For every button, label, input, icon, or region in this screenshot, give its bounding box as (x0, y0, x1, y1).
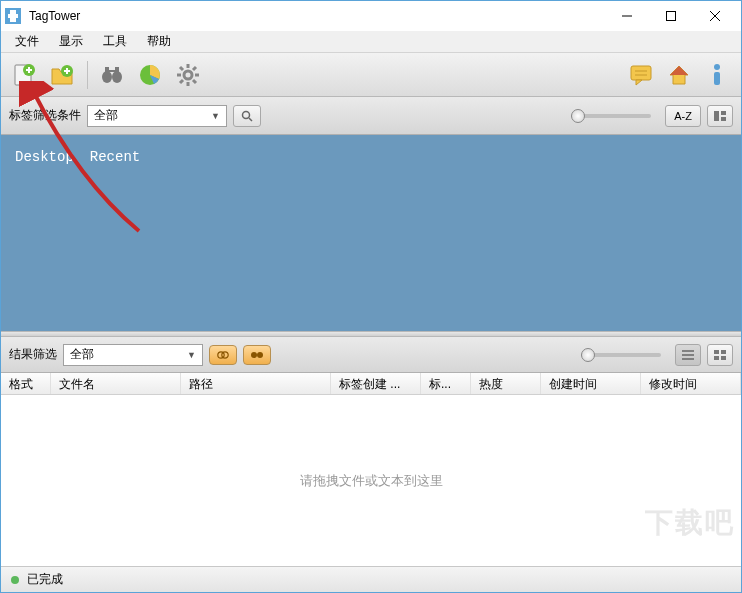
svg-point-39 (222, 351, 228, 357)
tag-filter-label: 标签筛选条件 (9, 107, 81, 124)
svg-rect-48 (721, 356, 726, 360)
result-filter-combo[interactable]: 全部 ▼ (63, 344, 203, 366)
svg-rect-1 (8, 14, 18, 18)
result-zoom-slider[interactable] (581, 353, 661, 357)
svg-rect-47 (714, 356, 719, 360)
col-filename[interactable]: 文件名 (51, 373, 181, 394)
svg-rect-46 (721, 350, 726, 354)
tag-filter-bar: 标签筛选条件 全部 ▼ A-Z (1, 97, 741, 135)
titlebar: TagTower (1, 1, 741, 31)
svg-line-34 (249, 118, 252, 121)
status-bar: 已完成 (1, 566, 741, 592)
window-title: TagTower (29, 9, 605, 23)
home-button[interactable] (663, 59, 695, 91)
minimize-button[interactable] (605, 2, 649, 30)
chevron-down-icon: ▼ (187, 350, 196, 360)
app-window: TagTower 文件 显示 工具 帮助 (0, 0, 742, 593)
menu-tools[interactable]: 工具 (93, 31, 137, 52)
svg-point-31 (714, 64, 720, 70)
svg-rect-32 (714, 72, 720, 85)
col-mtime[interactable]: 修改时间 (641, 373, 741, 394)
col-tag[interactable]: 标... (421, 373, 471, 394)
menu-view[interactable]: 显示 (49, 31, 93, 52)
list-view-button[interactable] (675, 344, 701, 366)
result-list[interactable]: 请拖拽文件或文本到这里 下载吧 (1, 395, 741, 566)
result-filter-label: 结果筛选 (9, 346, 57, 363)
toolbar-separator (87, 61, 88, 89)
svg-point-19 (184, 71, 192, 79)
tag-area[interactable]: Desktop Recent (1, 135, 741, 331)
layout-toggle-button[interactable] (707, 105, 733, 127)
menu-file[interactable]: 文件 (5, 31, 49, 52)
svg-rect-35 (714, 111, 719, 121)
new-file-button[interactable] (9, 59, 41, 91)
menu-help[interactable]: 帮助 (137, 31, 181, 52)
zoom-slider[interactable] (571, 114, 651, 118)
svg-rect-16 (115, 67, 119, 73)
status-indicator-icon (11, 576, 19, 584)
tag-filter-value: 全部 (94, 107, 118, 124)
svg-rect-3 (667, 12, 676, 21)
close-button[interactable] (693, 2, 737, 30)
svg-point-33 (243, 111, 250, 118)
filter-mode-or-button[interactable] (243, 345, 271, 365)
column-header-row: 格式 文件名 路径 标签创建 ... 标... 热度 创建时间 修改时间 (1, 373, 741, 395)
menubar: 文件 显示 工具 帮助 (1, 31, 741, 53)
pie-chart-button[interactable] (134, 59, 166, 91)
chevron-down-icon: ▼ (211, 111, 220, 121)
drop-placeholder: 请拖拽文件或文本到这里 (300, 472, 443, 490)
watermark: 下载吧 (645, 504, 735, 542)
message-button[interactable] (625, 59, 657, 91)
slider-thumb[interactable] (571, 109, 585, 123)
col-heat[interactable]: 热度 (471, 373, 541, 394)
svg-rect-37 (721, 117, 726, 121)
svg-rect-15 (105, 67, 109, 73)
tag-filter-combo[interactable]: 全部 ▼ (87, 105, 227, 127)
col-ctime[interactable]: 创建时间 (541, 373, 641, 394)
sort-az-button[interactable]: A-Z (665, 105, 701, 127)
svg-line-26 (180, 80, 183, 83)
info-button[interactable] (701, 59, 733, 91)
maximize-button[interactable] (649, 2, 693, 30)
settings-button[interactable] (172, 59, 204, 91)
filter-mode-and-button[interactable] (209, 345, 237, 365)
binoculars-button[interactable] (96, 59, 128, 91)
status-text: 已完成 (27, 571, 63, 588)
svg-line-27 (193, 67, 196, 70)
svg-rect-36 (721, 111, 726, 115)
svg-point-41 (257, 352, 263, 358)
svg-rect-17 (109, 70, 115, 72)
result-filter-bar: 结果筛选 全部 ▼ (1, 337, 741, 373)
col-path[interactable]: 路径 (181, 373, 331, 394)
svg-line-24 (180, 67, 183, 70)
new-folder-button[interactable] (47, 59, 79, 91)
col-tagcreate[interactable]: 标签创建 ... (331, 373, 421, 394)
grid-view-button[interactable] (707, 344, 733, 366)
svg-rect-45 (714, 350, 719, 354)
search-button[interactable] (233, 105, 261, 127)
col-format[interactable]: 格式 (1, 373, 51, 394)
app-icon (5, 8, 21, 24)
svg-point-40 (251, 352, 257, 358)
main-toolbar (1, 53, 741, 97)
tag-recent[interactable]: Recent (90, 149, 140, 165)
slider-thumb[interactable] (581, 348, 595, 362)
svg-line-25 (193, 80, 196, 83)
tag-desktop[interactable]: Desktop (15, 149, 74, 165)
svg-rect-28 (631, 66, 651, 80)
result-filter-value: 全部 (70, 346, 94, 363)
